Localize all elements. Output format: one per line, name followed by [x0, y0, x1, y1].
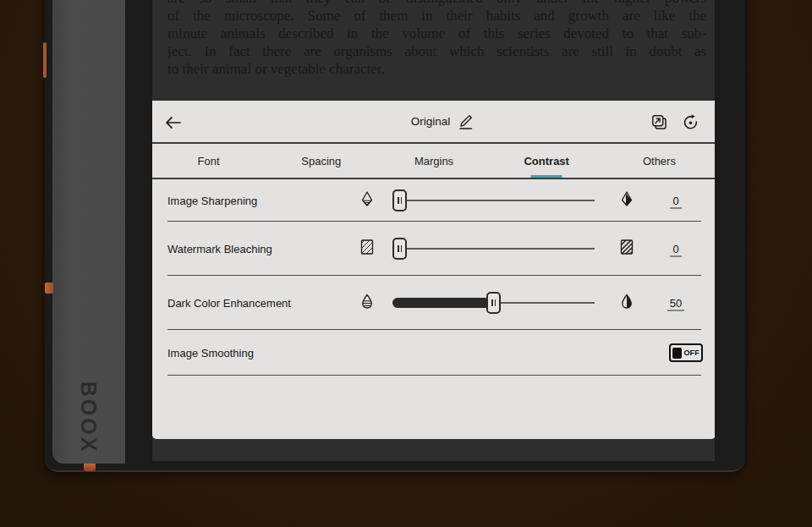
toggle-state-label: OFF: [683, 349, 700, 357]
image-sharpening-value[interactable]: 0: [657, 193, 694, 209]
image-sharpening-slider[interactable]: [392, 189, 595, 211]
watermark-bleaching-value[interactable]: 0: [657, 241, 694, 257]
watermark-bleaching-slider[interactable]: [392, 238, 595, 260]
sharpen-low-icon: [359, 190, 376, 211]
profile-name: Original: [411, 115, 451, 128]
back-button[interactable]: [163, 113, 184, 133]
tab-font[interactable]: Font: [152, 144, 265, 178]
boox-ereader-device: BOOX are so small that they can be disti…: [45, 0, 745, 472]
copper-accent-top: [43, 42, 47, 78]
book-text-line: of the microscope. Some of them in their…: [167, 7, 706, 25]
book-text-line: to their animal or vegetable character.: [167, 60, 706, 78]
slider-fill: [392, 298, 494, 308]
profile-title-group: Original: [411, 101, 475, 142]
slider-track[interactable]: [392, 200, 595, 201]
copper-accent-bottom: [84, 464, 96, 471]
book-text-line: are so small that they can be distinguis…: [167, 0, 706, 7]
dark-color-enhancement-value[interactable]: 50: [657, 295, 694, 311]
export-profile-button[interactable]: [650, 113, 668, 131]
setting-row-watermark-bleaching: Watermark Bleaching: [152, 222, 715, 276]
setting-row-image-smoothing: Image Smoothing OFF: [152, 330, 715, 376]
tab-contrast[interactable]: Contrast: [491, 144, 603, 178]
eink-screen: are so small that they can be distinguis…: [151, 0, 715, 461]
dark-color-enhancement-slider[interactable]: [392, 292, 595, 314]
reset-icon: [682, 113, 700, 131]
book-page-dimmed: are so small that they can be distinguis…: [152, 0, 715, 101]
boox-logo: BOOX: [52, 379, 125, 455]
reset-settings-button[interactable]: [682, 113, 700, 131]
book-text-line: ject. In fact there are organisms about …: [167, 42, 706, 60]
settings-tabs: Font Spacing Margins Contrast Others: [152, 144, 715, 179]
row-label: Image Sharpening: [167, 195, 257, 207]
setting-row-image-sharpening: Image Sharpening: [152, 179, 715, 222]
back-arrow-icon: [163, 113, 184, 133]
slider-handle[interactable]: [392, 189, 407, 211]
hatch-dense-icon: [618, 239, 635, 259]
book-text: are so small that they can be distinguis…: [152, 0, 715, 78]
tab-others[interactable]: Others: [603, 144, 715, 178]
slider-handle[interactable]: [486, 292, 501, 314]
sharpen-high-icon: [618, 190, 635, 211]
droplet-filled-icon: [618, 293, 635, 313]
row-label: Image Smoothing: [167, 347, 254, 360]
book-text-line: minute animals described in the volume o…: [167, 25, 706, 42]
panel-header: Original: [152, 101, 715, 144]
toggle-knob: [672, 348, 682, 359]
device-spine: BOOX: [52, 0, 125, 464]
row-label: Watermark Bleaching: [167, 243, 272, 255]
tab-margins[interactable]: Margins: [377, 144, 490, 178]
row-divider: [167, 375, 701, 376]
image-smoothing-toggle[interactable]: OFF: [669, 343, 703, 362]
copper-side-button: [45, 283, 53, 294]
pencil-edit-icon: [457, 113, 474, 130]
droplet-outline-icon: [359, 293, 376, 313]
export-profile-icon: [650, 113, 668, 131]
tab-spacing[interactable]: Spacing: [265, 144, 377, 178]
reading-settings-panel: Original: [152, 101, 715, 439]
slider-track[interactable]: [392, 248, 595, 250]
edit-profile-button[interactable]: [457, 113, 474, 130]
slider-handle[interactable]: [392, 238, 407, 260]
setting-row-dark-color-enhancement: Dark Color Enhancement: [152, 276, 715, 330]
hatch-light-icon: [359, 239, 376, 259]
row-label: Dark Color Enhancement: [167, 297, 291, 310]
